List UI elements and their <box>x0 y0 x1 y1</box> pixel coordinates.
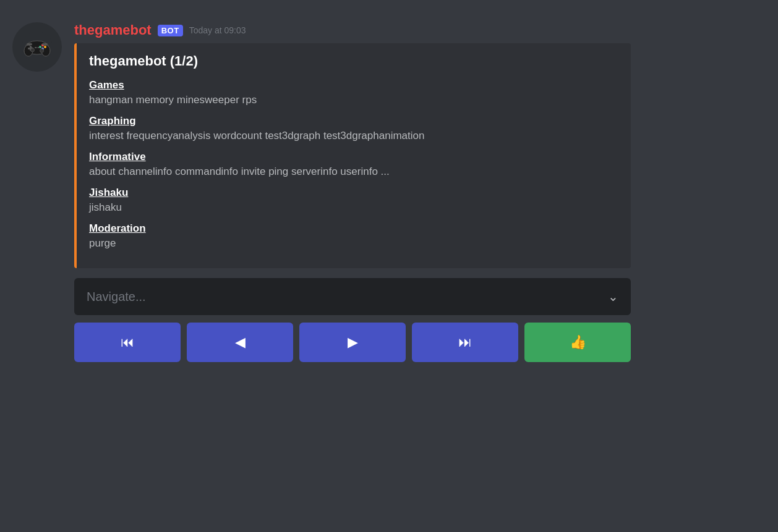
category-commands-games: hangman memory minesweeper rps <box>89 94 618 106</box>
message-content: thegamebot BOT Today at 09:03 thegamebot… <box>74 22 766 362</box>
thumbsup-button[interactable]: 👍 <box>524 323 631 362</box>
navigate-dropdown[interactable]: Navigate... ⌄ <box>74 278 631 315</box>
timestamp: Today at 09:03 <box>189 25 246 35</box>
buttons-row: ⏮◀▶⏭👍 <box>74 323 631 362</box>
category-name-informative: Informative <box>89 151 618 163</box>
svg-point-13 <box>40 49 44 53</box>
categories-list: Gameshangman memory minesweeper rpsGraph… <box>89 79 618 250</box>
svg-rect-10 <box>35 47 37 48</box>
svg-point-7 <box>44 46 46 48</box>
category-name-games: Games <box>89 79 618 91</box>
first-button[interactable]: ⏮ <box>74 323 181 362</box>
svg-point-12 <box>31 48 35 52</box>
message-container: thegamebot BOT Today at 09:03 thegamebot… <box>0 12 778 372</box>
category-commands-jishaku: jishaku <box>89 201 618 214</box>
category-name-jishaku: Jishaku <box>89 187 618 199</box>
category-name-moderation: Moderation <box>89 222 618 235</box>
category-commands-informative: about channelinfo commandinfo invite pin… <box>89 166 618 178</box>
svg-rect-14 <box>27 43 32 45</box>
play-button[interactable]: ▶ <box>299 323 406 362</box>
message-header: thegamebot BOT Today at 09:03 <box>74 22 766 38</box>
next-button[interactable]: ⏭ <box>412 323 518 362</box>
svg-rect-15 <box>42 43 48 45</box>
category-commands-moderation: purge <box>89 237 618 250</box>
embed-title: thegamebot (1/2) <box>89 53 618 69</box>
svg-rect-11 <box>38 47 40 48</box>
category-commands-graphing: interest frequencyanalysis wordcount tes… <box>89 130 618 142</box>
bot-badge: BOT <box>158 25 183 36</box>
category-name-graphing: Graphing <box>89 115 618 127</box>
navigate-placeholder: Navigate... <box>87 290 146 304</box>
username: thegamebot <box>74 22 152 38</box>
chevron-down-icon: ⌄ <box>608 289 618 304</box>
prev-button[interactable]: ◀ <box>187 323 293 362</box>
embed: thegamebot (1/2) Gameshangman memory min… <box>74 43 631 268</box>
avatar <box>12 22 62 72</box>
